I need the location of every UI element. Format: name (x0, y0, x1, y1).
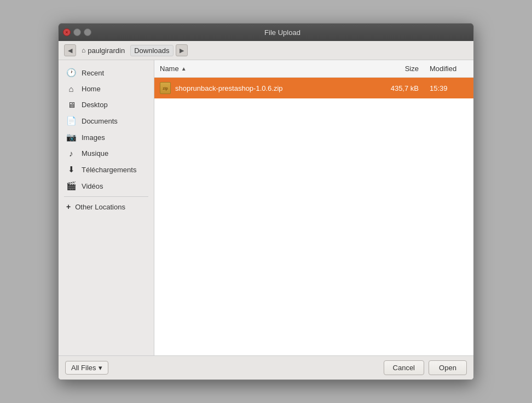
file-upload-dialog: × File Upload ◀ ⌂ paulgirardin Downloads… (58, 23, 474, 380)
file-filter-label: All Files (71, 364, 96, 372)
column-size-label: Size (405, 65, 419, 73)
sort-arrow-icon: ▲ (181, 66, 187, 72)
path-bar: ◀ ⌂ paulgirardin Downloads ▶ (59, 41, 473, 60)
sidebar-label-documents: Documents (82, 117, 118, 125)
column-size[interactable]: Size (369, 62, 424, 75)
sidebar: 🕐 Recent ⌂ Home 🖥 Desktop 📄 Documents 📷 … (59, 60, 154, 355)
home-label: paulgirardin (88, 46, 125, 55)
file-cell-modified: 15:39 (424, 82, 473, 95)
sidebar-separator (64, 196, 148, 197)
window-controls: × (63, 28, 91, 36)
home-icon: ⌂ (82, 46, 85, 54)
file-cell-size: 435,7 kB (369, 82, 424, 95)
window-title: File Upload (96, 28, 469, 37)
sidebar-label-music: Musique (82, 149, 108, 157)
sidebar-item-downloads[interactable]: ⬇ Téléchargements (59, 161, 154, 178)
videos-icon: 🎬 (66, 181, 76, 191)
downloads-icon: ⬇ (66, 165, 76, 174)
file-list-area: Name ▲ Size Modified zip shoprunback-pre… (154, 60, 473, 355)
file-size: 435,7 kB (391, 84, 419, 92)
sidebar-label-desktop: Desktop (82, 101, 108, 109)
home-sidebar-icon: ⌂ (66, 84, 76, 94)
cancel-button[interactable]: Cancel (384, 360, 424, 375)
sidebar-label-videos: Vidéos (82, 182, 103, 190)
file-modified: 15:39 (430, 84, 448, 92)
sidebar-item-recent[interactable]: 🕐 Recent (59, 65, 154, 81)
sidebar-item-images[interactable]: 📷 Images (59, 129, 154, 145)
title-bar: × File Upload (59, 24, 473, 41)
file-cell-name: zip shoprunback-prestashop-1.0.6.zip (154, 80, 369, 96)
sidebar-label-downloads: Téléchargements (82, 166, 136, 174)
column-modified[interactable]: Modified (424, 62, 473, 75)
sidebar-item-documents[interactable]: 📄 Documents (59, 113, 154, 129)
home-path-segment[interactable]: ⌂ paulgirardin (78, 45, 128, 56)
sidebar-item-videos[interactable]: 🎬 Vidéos (59, 178, 154, 194)
music-icon: ♪ (66, 149, 76, 158)
documents-icon: 📄 (66, 116, 76, 126)
file-name: shoprunback-prestashop-1.0.6.zip (175, 84, 283, 92)
sidebar-label-other: Other Locations (75, 203, 125, 211)
sidebar-item-home[interactable]: ⌂ Home (59, 81, 154, 97)
sidebar-item-music[interactable]: ♪ Musique (59, 145, 154, 161)
current-folder-segment[interactable]: Downloads (130, 45, 173, 56)
recent-icon: 🕐 (66, 68, 76, 78)
maximize-button[interactable] (84, 28, 91, 36)
zip-file-icon: zip (160, 82, 171, 94)
images-icon: 📷 (66, 132, 76, 142)
sidebar-label-home: Home (82, 85, 101, 93)
sidebar-item-desktop[interactable]: 🖥 Desktop (59, 97, 154, 113)
forward-button[interactable]: ▶ (176, 44, 188, 56)
column-name-label: Name (160, 65, 179, 73)
open-button[interactable]: Open (429, 360, 467, 375)
minimize-button[interactable] (73, 28, 81, 36)
sidebar-label-images: Images (82, 133, 105, 142)
column-modified-label: Modified (430, 65, 456, 73)
file-filter-button[interactable]: All Files ▾ (65, 361, 108, 375)
sidebar-label-recent: Recent (82, 69, 104, 77)
content-area: 🕐 Recent ⌂ Home 🖥 Desktop 📄 Documents 📷 … (59, 60, 473, 355)
current-folder-label: Downloads (134, 46, 169, 55)
plus-icon: + (66, 202, 71, 211)
bottom-bar: All Files ▾ Cancel Open (59, 355, 473, 379)
file-list-header: Name ▲ Size Modified (154, 60, 473, 78)
close-button[interactable]: × (63, 28, 71, 36)
sidebar-item-other-locations[interactable]: + Other Locations (59, 199, 154, 214)
column-name[interactable]: Name ▲ (154, 62, 369, 75)
filter-dropdown-icon: ▾ (99, 364, 102, 372)
table-row[interactable]: zip shoprunback-prestashop-1.0.6.zip 435… (154, 78, 473, 98)
desktop-icon: 🖥 (66, 100, 76, 109)
back-button[interactable]: ◀ (64, 44, 76, 56)
